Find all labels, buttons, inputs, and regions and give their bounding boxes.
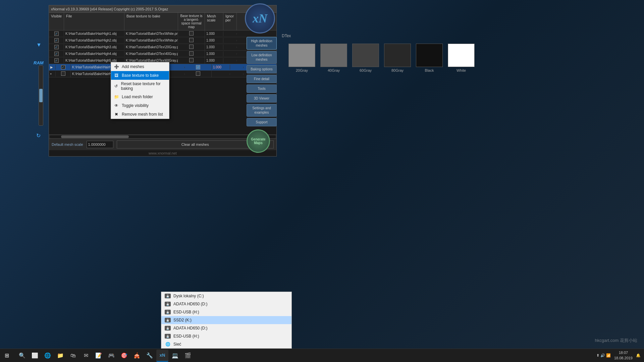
tools-button[interactable]: Tools bbox=[247, 84, 277, 93]
taskbar-icons: 🔍 ⬜ 🌐 📁 🛍 ✉ 📝 🎮 🎯 🎪 🔧 xN 💻 🎬 bbox=[13, 350, 197, 362]
td-visible-2 bbox=[49, 38, 64, 43]
cb-tangent-4[interactable] bbox=[189, 51, 194, 56]
cb-tangent-1[interactable] bbox=[189, 31, 194, 36]
cb-tangent-2[interactable] bbox=[189, 38, 194, 42]
checkbox-5[interactable] bbox=[54, 58, 59, 63]
taskbar-marv-icon[interactable]: 🎪 bbox=[131, 350, 143, 362]
td-base-4: K:\HairTutorial\Bake\DTex\40Gray.png bbox=[124, 51, 178, 56]
table-header: Visible File Base texture to bake Base t… bbox=[49, 13, 276, 31]
drive-h-esd2[interactable]: 💾 ESD-USB (H:) bbox=[161, 332, 291, 340]
scroll-track bbox=[50, 135, 276, 138]
mesh-scale-input[interactable] bbox=[87, 141, 113, 148]
table-row[interactable]: K:\HairTutorial\Bake\HairHigh1.obj K:\Ha… bbox=[49, 31, 276, 37]
td-scale-6: 1.000 bbox=[212, 65, 230, 70]
swatch-40gray[interactable]: 40Gray bbox=[320, 44, 347, 72]
td-tangent-7 bbox=[185, 71, 212, 77]
network-siec-label: Sieć bbox=[173, 342, 181, 347]
swatch-white[interactable]: White bbox=[448, 44, 475, 72]
ctx-remove-mesh-label: Remove mesh from list bbox=[122, 112, 163, 117]
support-button[interactable]: Support bbox=[247, 118, 277, 126]
3d-viewer-button[interactable]: 3D Viewer bbox=[247, 94, 277, 103]
taskbar-marv2-icon[interactable]: 🔧 bbox=[144, 350, 156, 362]
drive-c[interactable]: 💾 Dysk lokalny (C:) bbox=[161, 292, 291, 300]
swatch-60gray[interactable]: 60Gray bbox=[352, 44, 379, 72]
watermark: hkcgart.com 花剪小站 bbox=[595, 338, 637, 344]
taskbar-blender-icon[interactable]: 🎮 bbox=[105, 350, 117, 362]
taskbar-search-icon[interactable]: 🔍 bbox=[16, 350, 28, 362]
checkbox-6[interactable] bbox=[61, 65, 65, 69]
taskbar-xnormal-icon[interactable]: xN bbox=[156, 350, 168, 362]
xn-logo-text: xN bbox=[253, 11, 267, 25]
drive-d-adata[interactable]: 💾 ADATA HD650 (D:) bbox=[161, 300, 291, 308]
ctx-add-meshes[interactable]: ➕ Add meshes bbox=[111, 62, 169, 71]
ctx-load-folder-label: Load mesh folder bbox=[122, 95, 153, 99]
drive-h-esd1[interactable]: 💾 ESD-USB (H:) bbox=[161, 308, 291, 316]
cb-tangent-7[interactable] bbox=[196, 71, 200, 76]
ctx-reset-texture[interactable]: ↺ Reset base texture for baking bbox=[111, 80, 169, 93]
td-scale-7 bbox=[212, 73, 230, 75]
checkbox-4[interactable] bbox=[54, 52, 59, 56]
baking-options-button[interactable]: Baking options bbox=[247, 65, 277, 73]
network-icon: 🌐 bbox=[165, 342, 171, 347]
texture-icon: 🖼 bbox=[114, 73, 119, 78]
low-def-meshes-button[interactable]: Low definition meshes bbox=[247, 51, 277, 64]
add-icon: ➕ bbox=[114, 64, 119, 69]
cb-tangent-5[interactable] bbox=[189, 58, 194, 62]
vertical-slider[interactable] bbox=[39, 65, 43, 126]
table-row[interactable]: K:\HairTutorial\Bake\HairHigh2.obj K:\Ha… bbox=[49, 37, 276, 44]
start-button[interactable]: ⊞ bbox=[0, 349, 13, 362]
checkbox-3[interactable] bbox=[54, 45, 59, 49]
file-explorer-panel: 💾 Dysk lokalny (C:) 💾 ADATA HD650 (D:) 💾… bbox=[161, 292, 292, 349]
scroll-thumb[interactable] bbox=[61, 135, 129, 138]
ctx-remove-mesh[interactable]: ✖ Remove mesh from list bbox=[111, 110, 169, 119]
drive-d-icon: 💾 bbox=[165, 302, 171, 306]
taskbar-mail-icon[interactable]: ✉ bbox=[80, 350, 92, 362]
taskbar-edge-icon[interactable]: 🌐 bbox=[42, 350, 54, 362]
table-row[interactable]: K:\HairTutorial\Bake\HairHigh4.obj K:\Ha… bbox=[49, 51, 276, 57]
th-tangent: Base texture is a tangent-space normal m… bbox=[178, 13, 205, 30]
high-def-meshes-button[interactable]: High definition meshes bbox=[247, 37, 277, 50]
swatch-label-white: White bbox=[457, 68, 466, 72]
checkbox-7[interactable] bbox=[61, 71, 65, 76]
th-scale: Mesh scale bbox=[205, 13, 223, 30]
td-ignore-1 bbox=[223, 33, 237, 35]
taskbar-misc2-icon[interactable]: 🎬 bbox=[182, 350, 194, 362]
ctx-base-texture[interactable]: 🖼 Base texture to bake bbox=[111, 71, 169, 80]
texture-area-label: DTex bbox=[282, 34, 291, 38]
taskbar-misc1-icon[interactable]: 💻 bbox=[169, 350, 181, 362]
taskbar-blender2-icon[interactable]: 🎯 bbox=[118, 350, 130, 362]
td-ignore-7 bbox=[230, 73, 244, 75]
checkbox-2[interactable] bbox=[54, 38, 59, 43]
generate-maps-button[interactable]: Generate Maps bbox=[247, 129, 270, 153]
table-row[interactable]: K:\HairTutorial\Bake\HairHigh3.obj K:\Ha… bbox=[49, 44, 276, 51]
swatch-black[interactable]: Black bbox=[416, 44, 443, 72]
drive-d-adata2[interactable]: 💾 ADATA HD650 (D:) bbox=[161, 324, 291, 332]
td-scale-2: 1.000 bbox=[205, 38, 223, 43]
taskbar-taskview-icon[interactable]: ⬜ bbox=[29, 350, 41, 362]
td-file-1: K:\HairTutorial\Bake\HairHigh1.obj bbox=[64, 31, 124, 36]
slider-thumb[interactable] bbox=[39, 89, 43, 102]
network-siec[interactable]: 🌐 Sieć bbox=[161, 340, 291, 348]
drive-k-ssd2[interactable]: 💾 SSD2 (K:) bbox=[161, 316, 291, 324]
settings-button[interactable]: Settings and examples bbox=[247, 104, 277, 117]
drive-k-icon: 💾 bbox=[165, 318, 171, 322]
cb-tangent-6[interactable] bbox=[196, 65, 200, 69]
taskbar-blank1-icon[interactable]: 📝 bbox=[93, 350, 105, 362]
taskbar-systray: ⬆ 🔊 📶 bbox=[596, 353, 611, 358]
checkbox-1[interactable] bbox=[54, 32, 59, 36]
swatch-20gray[interactable]: 20Gray bbox=[288, 44, 315, 72]
ctx-toggle-visibility[interactable]: 👁 Toggle visibility bbox=[111, 101, 169, 110]
taskbar-clock[interactable]: 18:07 18.08.2019 bbox=[614, 350, 633, 361]
horizontal-scrollbar[interactable] bbox=[49, 134, 276, 138]
cb-tangent-3[interactable] bbox=[189, 45, 194, 49]
ctx-load-folder[interactable]: 📁 Load mesh folder bbox=[111, 93, 169, 101]
taskbar-explorer-icon[interactable]: 📁 bbox=[54, 350, 66, 362]
swatch-80gray[interactable]: 80Gray bbox=[384, 44, 411, 72]
taskbar-store-icon[interactable]: 🛍 bbox=[67, 350, 79, 362]
drive-d2-icon: 💾 bbox=[165, 326, 171, 330]
swatch-box-20gray bbox=[288, 44, 315, 67]
taskbar-notification[interactable]: 🔔 bbox=[636, 353, 641, 358]
td-base-1: K:\HairTutorial\Bake\DTex\White.png bbox=[124, 31, 178, 36]
th-file: File bbox=[64, 13, 124, 30]
fine-detail-button[interactable]: Fine detail bbox=[247, 75, 277, 83]
